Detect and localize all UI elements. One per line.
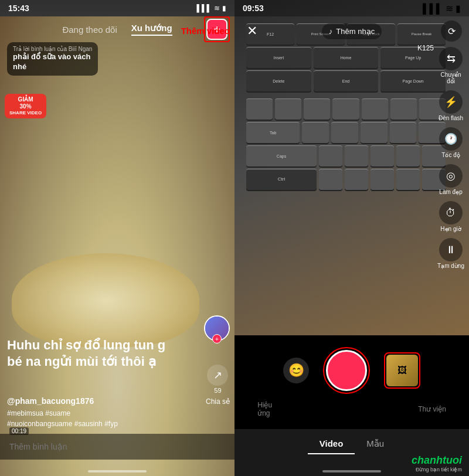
close-button[interactable]: ✕ <box>242 21 263 42</box>
status-bar-left: 15:43 ▌▌▌ ≋ ▮ <box>0 0 235 16</box>
k125-label: K125 <box>417 44 434 52</box>
top-controls: ✕ ♪ Thêm nhạc ⟳ <box>235 16 469 46</box>
kb-caps: Caps <box>246 145 317 166</box>
kb-del: Delete <box>246 70 311 91</box>
kb-3 <box>304 98 330 120</box>
right-actions: + <box>204 315 230 341</box>
status-icons-left: ▌▌▌ ≋ ▮ <box>196 4 226 12</box>
comment-input[interactable] <box>9 442 225 451</box>
tam-dung-icon: ⏸ <box>439 238 463 261</box>
battery-icon-left: ▮ <box>222 4 226 12</box>
brand-name: chanhtuoi <box>412 454 462 467</box>
gallery-thumb-highlight: 🖼 <box>384 352 420 389</box>
hashtags: #mebimsua #suame#nuoiconbangsuame #sausi… <box>7 408 227 429</box>
toc-do-icon: 🕐 <box>439 127 463 151</box>
kb-f <box>396 145 420 166</box>
caption-area: Huhu chỉ sợ đổ lung tun gbé na ngửi mùi … <box>0 337 235 370</box>
username[interactable]: @pham_bacuong1876 <box>7 396 227 406</box>
toc-do-label: Tốc độ <box>441 152 460 158</box>
mode-video-label: Video <box>320 438 344 448</box>
kb-v <box>396 169 420 190</box>
home-indicator-right <box>322 470 381 472</box>
kb-d <box>371 145 394 166</box>
kb-2 <box>275 98 301 120</box>
comment-bubble: Trả lời bình luận của Biiī Ngan phải đổ … <box>7 42 98 76</box>
control-toc-do[interactable]: 🕐 Tốc độ <box>439 127 463 158</box>
share-count: 59 <box>214 387 221 394</box>
nav-following[interactable]: Đang theo dõi <box>62 25 117 35</box>
emoji-icon: 😊 <box>288 363 304 378</box>
control-tam-dung[interactable]: ⏸ Tạm dừng <box>437 238 464 269</box>
kb-q <box>302 122 329 143</box>
den-flash-label: Đèn flash <box>439 115 463 121</box>
kb-ctrl: Ctrl <box>246 169 317 190</box>
them-video-label: Thêm video <box>181 26 230 36</box>
tam-dung-label: Tạm dừng <box>437 263 464 269</box>
promo-line1: GIẢM <box>9 96 42 103</box>
kb-w <box>331 122 358 143</box>
share-icon: ↗ <box>207 365 228 386</box>
chuyen-doi-icon: ⇆ <box>439 47 463 70</box>
music-icon: ♪ <box>329 27 333 36</box>
control-hen-gio[interactable]: ⏱ Hẹn giờ <box>439 201 463 232</box>
caption-text: Huhu chỉ sợ đổ lung tun gbé na ngửi mùi … <box>7 337 227 370</box>
close-icon: ✕ <box>247 23 257 39</box>
kb-6 <box>390 98 417 120</box>
control-den-flash[interactable]: ⚡ Đèn flash <box>439 90 463 121</box>
record-button[interactable] <box>326 350 367 391</box>
kb-a <box>319 145 342 166</box>
kb-1 <box>246 98 273 120</box>
camera-view: F12 Print Screen Scroll Lock Pause Break… <box>235 0 469 363</box>
toilet-scene <box>12 253 199 347</box>
brand-chanhtuoi: chanhtuoi <box>412 454 462 466</box>
kb-5 <box>362 98 388 120</box>
nav-trending[interactable]: Xu hướng <box>131 23 172 36</box>
kb-z <box>319 169 342 190</box>
mode-video[interactable]: Video <box>308 434 355 454</box>
kb-ins: Insert <box>246 47 311 68</box>
den-flash-icon: ⚡ <box>439 90 463 114</box>
add-music-label: Thêm nhạc <box>336 27 375 36</box>
record-btn-highlight <box>323 347 370 394</box>
add-music-button[interactable]: ♪ Thêm nhạc <box>322 23 382 39</box>
kb-r <box>390 122 417 143</box>
effects-label: Hiệu ứng <box>257 401 283 417</box>
comment-from: Trả lời bình luận của Biiī Ngan <box>13 46 92 52</box>
kb-4 <box>332 98 359 120</box>
gallery-label: Thư viện <box>418 405 446 413</box>
promo-line2: 30% <box>9 103 42 110</box>
comment-input-bar <box>0 434 235 460</box>
battery-icon-right: ▮ <box>456 4 461 13</box>
branding: chanhtuoi Đừng bạn tiết kiệm <box>412 454 462 472</box>
kb-home: Home <box>314 47 379 68</box>
share-action[interactable]: ↗ 59 <box>207 365 228 394</box>
follow-plus-icon[interactable]: + <box>212 334 222 344</box>
wifi-icon-right: ≋ <box>446 4 453 13</box>
left-panel: 15:43 ▌▌▌ ≋ ▮ Đang theo dõi Xu hướng + T… <box>0 0 235 476</box>
lam-dep-icon: ◎ <box>439 164 463 188</box>
kb-pgup: Page Up <box>380 47 446 68</box>
control-lam-dep[interactable]: ◎ Làm đẹp <box>439 164 463 195</box>
mode-mau[interactable]: Mẫu <box>355 434 396 454</box>
kb-end: End <box>314 70 379 91</box>
promo-line3: SHARE VIDEO <box>9 110 42 116</box>
status-icons-right: ▌▌▌ ≋ ▮ <box>423 3 461 14</box>
bottom-content: @pham_bacuong1876 #mebimsua #suame#nuoic… <box>0 396 235 429</box>
avatar[interactable]: + <box>204 315 230 341</box>
mode-mau-label: Mẫu <box>366 438 384 448</box>
brand-tagline: Đừng bạn tiết kiệm <box>412 467 462 472</box>
signal-icon-right: ▌▌▌ <box>423 4 443 13</box>
gallery-thumbnail[interactable]: 🖼 <box>386 355 418 386</box>
camera-flip-button[interactable]: ⟳ <box>441 21 462 42</box>
hen-gio-icon: ⏱ <box>439 201 463 225</box>
chuyen-doi-label: Chuyểnđổi <box>441 72 461 84</box>
kb-x <box>345 169 368 190</box>
emoji-effect-button[interactable]: 😊 <box>283 358 309 383</box>
capture-labels: Hiệu ứng Thư viện <box>246 401 458 417</box>
control-chuyen-doi[interactable]: ⇆ Chuyểnđổi <box>439 47 463 84</box>
time-right: 09:53 <box>243 4 264 13</box>
hen-gio-label: Hẹn giờ <box>440 226 461 232</box>
wifi-icon-left: ≋ <box>214 4 220 12</box>
lam-dep-label: Làm đẹp <box>439 189 462 195</box>
right-panel: F12 Print Screen Scroll Lock Pause Break… <box>235 0 469 476</box>
